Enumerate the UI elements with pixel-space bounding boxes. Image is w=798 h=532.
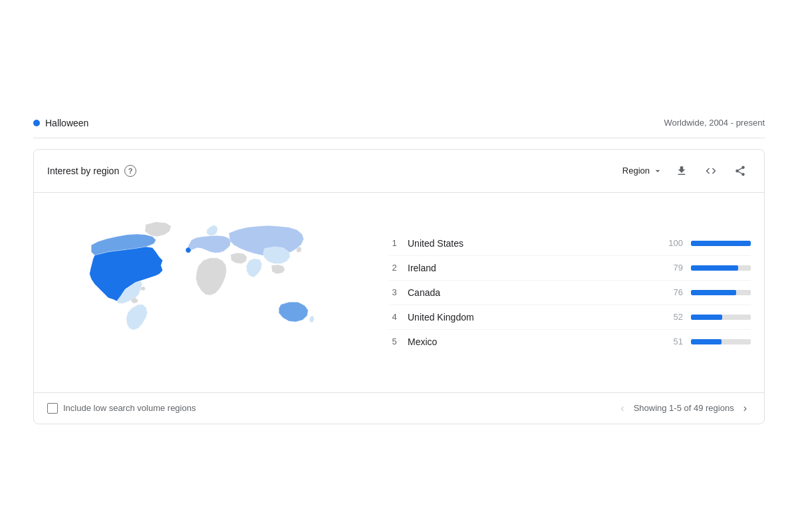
low-volume-label: Include low search volume regions (63, 403, 196, 413)
term-dot-indicator (33, 120, 40, 126)
rank-country: United Kingdom (408, 312, 654, 323)
low-volume-checkbox[interactable] (47, 403, 58, 414)
rank-number: 1 (389, 238, 400, 248)
rank-bar-fill (691, 241, 751, 246)
card-title: Interest by region (47, 166, 119, 176)
rank-bar-container (691, 339, 751, 344)
rank-country: Mexico (408, 336, 654, 347)
download-icon (676, 165, 688, 177)
rank-number: 4 (389, 312, 400, 322)
rank-country: Ireland (408, 263, 654, 273)
search-term: Halloween (45, 118, 88, 128)
rank-score: 51 (662, 336, 683, 346)
card-controls: Region (622, 160, 751, 182)
pagination: ‹ Showing 1-5 of 49 regions › (616, 401, 751, 416)
rank-country: United States (408, 238, 654, 249)
card-body: 1 United States 100 2 Ireland 79 3 Canad… (34, 193, 764, 392)
region-dropdown[interactable]: Region (622, 166, 663, 176)
header-left: Halloween (33, 118, 88, 128)
rank-score: 79 (662, 263, 683, 273)
rank-row: 1 United States 100 (389, 231, 751, 256)
rank-score: 100 (662, 238, 683, 248)
chevron-down-icon (652, 166, 663, 176)
share-button[interactable] (730, 160, 751, 182)
outer-container: Halloween Worldwide, 2004 - present Inte… (33, 108, 765, 424)
header-meta: Worldwide, 2004 - present (664, 118, 765, 128)
rank-bar-container (691, 265, 751, 271)
download-button[interactable] (671, 160, 692, 182)
world-map-svg (54, 206, 360, 379)
rank-bar-container (691, 315, 751, 320)
card-header: Interest by region ? Region (34, 150, 764, 193)
embed-button[interactable] (700, 160, 722, 182)
region-label: Region (622, 166, 650, 176)
rank-row: 5 Mexico 51 (389, 330, 751, 354)
card-title-area: Interest by region ? (47, 165, 136, 177)
next-page-button[interactable]: › (739, 401, 751, 416)
rank-number: 2 (389, 263, 400, 273)
rank-bar-fill (691, 265, 738, 271)
rank-row: 4 United Kingdom 52 (389, 305, 751, 330)
world-map-area (47, 203, 366, 382)
rank-bar-fill (691, 315, 722, 320)
interest-by-region-card: Interest by region ? Region (33, 149, 765, 424)
embed-icon (705, 165, 717, 177)
help-icon[interactable]: ? (124, 165, 136, 177)
share-icon (734, 165, 746, 177)
pagination-text: Showing 1-5 of 49 regions (634, 403, 734, 413)
prev-page-button[interactable]: ‹ (616, 401, 628, 416)
rank-country: Canada (408, 287, 654, 298)
rank-number: 3 (389, 287, 400, 297)
rank-bar-fill (691, 290, 736, 295)
low-volume-checkbox-label[interactable]: Include low search volume regions (47, 403, 196, 414)
rank-bar-fill (691, 339, 722, 344)
rank-bar-container (691, 241, 751, 246)
rank-score: 76 (662, 287, 683, 297)
rank-number: 5 (389, 336, 400, 346)
rank-bar-container (691, 290, 751, 295)
rank-row: 3 Canada 76 (389, 281, 751, 305)
rankings-area: 1 United States 100 2 Ireland 79 3 Canad… (382, 203, 751, 382)
rank-row: 2 Ireland 79 (389, 256, 751, 281)
rank-score: 52 (662, 312, 683, 322)
card-footer: Include low search volume regions ‹ Show… (34, 392, 764, 424)
header-bar: Halloween Worldwide, 2004 - present (33, 108, 765, 138)
